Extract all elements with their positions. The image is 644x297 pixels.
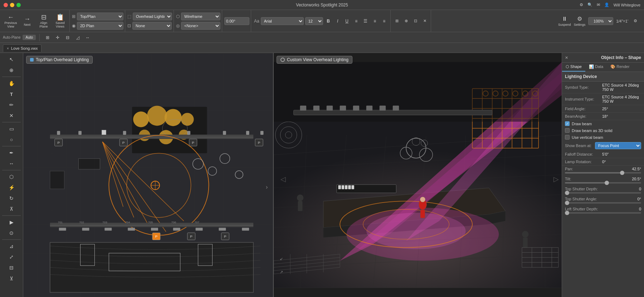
align-plane-button[interactable]: ⊟ Align Plane	[36, 11, 52, 31]
tab-render[interactable]: 🎨 Render	[607, 63, 633, 72]
stop-button[interactable]: ⊙	[5, 228, 18, 238]
dimension-button[interactable]: ↔	[5, 159, 18, 169]
tab-shape[interactable]: ⬡ Shape	[562, 63, 585, 72]
trim-tool-button[interactable]: ⊿	[5, 241, 18, 251]
svg-rect-138	[523, 238, 528, 248]
align-distribute-button[interactable]: ⊟	[5, 263, 18, 273]
constrain-icon[interactable]: ⊟	[63, 33, 72, 42]
maximize-button[interactable]	[16, 3, 21, 7]
pencil-tool-button[interactable]: ✏	[5, 100, 18, 110]
bold-button[interactable]: B	[325, 17, 332, 25]
draw-beam-3d-checkbox[interactable]	[565, 128, 570, 133]
gear-icon[interactable]: ⚙	[580, 3, 583, 7]
next-view-button[interactable]: → Next	[19, 11, 35, 31]
scale-tool-button[interactable]: ⤢	[5, 252, 18, 262]
top-shutter-angle-thumb[interactable]	[565, 201, 569, 205]
left-viewport[interactable]: P P P P	[23, 53, 274, 297]
user-icon[interactable]: 👤	[604, 3, 609, 7]
svg-rect-52	[173, 228, 180, 231]
draw-beam-checkbox[interactable]: ✓	[565, 121, 570, 126]
tab-render-icon: 🎨	[610, 64, 615, 69]
zoom-in-button[interactable]: ⊕	[5, 65, 18, 75]
font-dropdown[interactable]: Arial	[261, 17, 304, 25]
svg-rect-18	[223, 131, 226, 135]
render-dropdown[interactable]: Wireframe	[181, 13, 220, 20]
svg-rect-13	[57, 131, 60, 135]
italic-button[interactable]: I	[334, 17, 342, 25]
close-panel-icon[interactable]: ✕	[565, 55, 568, 60]
align-right-button[interactable]: ≡	[371, 17, 379, 25]
settings-button[interactable]: ⚙ Settings	[574, 15, 586, 26]
close-tab-icon[interactable]: ×	[7, 47, 9, 50]
plan-icon: ◉	[72, 23, 75, 28]
attribute-dropdown[interactable]: <None>	[181, 22, 220, 30]
angle-input[interactable]	[224, 17, 249, 25]
pan-slider[interactable]	[565, 172, 641, 174]
layer-icon: ⬚	[127, 14, 131, 19]
mail-icon[interactable]: ✉	[597, 3, 600, 7]
snap-button[interactable]: ✕	[5, 111, 18, 121]
plan-dropdown[interactable]: 2D Plan	[77, 22, 123, 30]
angle-constrain-icon[interactable]: ◿	[73, 33, 82, 42]
constraint-icon[interactable]: ⊡	[411, 17, 420, 25]
right-viewport[interactable]: ◁ ▷ ↙ ↗ Custom View Overhead Lighting	[274, 53, 562, 297]
suspend-button[interactable]: ⏸ Suspend	[558, 16, 571, 26]
class-dropdown[interactable]: None	[132, 22, 172, 30]
smart-cursor-icon[interactable]: ✛	[53, 33, 62, 42]
distance-icon[interactable]: ↔	[83, 33, 92, 42]
justify-button[interactable]: ≡	[380, 17, 388, 25]
viewports-area: P P P P	[23, 53, 562, 297]
tilt-slider-header: Tilt: 20.5°	[565, 177, 641, 181]
vertical-beam-checkbox[interactable]	[565, 135, 570, 140]
align-center-button[interactable]: ☰	[362, 17, 370, 25]
minimize-button[interactable]	[10, 3, 14, 7]
toolbar-divider-3	[2, 146, 20, 146]
attribute-button[interactable]: ⬡	[5, 172, 18, 182]
extra-tool-button[interactable]: ⊻	[5, 273, 18, 283]
underline-button[interactable]: U	[343, 17, 351, 25]
tilt-slider[interactable]	[565, 182, 641, 184]
left-shutter-depth-slider[interactable]	[565, 212, 641, 214]
pen-tool-button[interactable]: ✒	[5, 148, 18, 158]
tab-shape-icon: ⬡	[566, 64, 569, 69]
close-button[interactable]	[4, 3, 8, 7]
scale-display: 1/4"=1'	[616, 19, 628, 23]
snap-grid-icon[interactable]: ⊞	[43, 33, 52, 42]
pan-button[interactable]: ✋	[5, 78, 18, 88]
instrument-type-row: Instrument Type: ETC Source 4 26deg 750 …	[562, 93, 644, 105]
view-dropdown[interactable]: Top/Plan	[77, 13, 123, 20]
zoom-dropdown[interactable]: 100%	[588, 17, 613, 25]
rectangle-tool-button[interactable]: ▭	[5, 124, 18, 134]
mirror-button[interactable]: ⊼	[5, 204, 18, 214]
settings2-icon[interactable]: ⚙	[631, 17, 640, 25]
circle-tool-button[interactable]: ○	[5, 135, 18, 145]
select-tool-button[interactable]: ↖	[5, 54, 18, 64]
search-icon[interactable]: 🔍	[587, 3, 592, 7]
text-tool-button[interactable]: T	[5, 89, 18, 99]
top-shutter-angle-slider[interactable]	[565, 202, 641, 204]
pan-slider-thumb[interactable]	[620, 171, 624, 175]
left-shutter-depth-thumb[interactable]	[565, 211, 569, 215]
rotate-button[interactable]: ↻	[5, 193, 18, 203]
svg-text:701: 701	[58, 221, 63, 224]
grid-icon[interactable]: ⊞	[393, 17, 401, 25]
saved-views-button[interactable]: 📋 Saved Views	[52, 11, 68, 31]
svg-text:703: 703	[102, 221, 107, 224]
tab-data[interactable]: 📊 Data	[585, 63, 607, 72]
align-left-button[interactable]: ≡	[352, 17, 360, 25]
auto-plane-toggle[interactable]: Auto	[23, 35, 36, 40]
spotlight-button[interactable]: ⚡	[5, 182, 18, 193]
layer-dropdown[interactable]: Overhead Lighting	[133, 13, 172, 20]
top-shutter-depth-slider[interactable]	[565, 192, 641, 194]
file-tab[interactable]: × Love Song.vwx	[3, 44, 42, 52]
play-button[interactable]: ▶	[5, 217, 18, 227]
top-shutter-depth-thumb[interactable]	[565, 191, 569, 195]
previous-view-button[interactable]: ← Previous View	[3, 11, 19, 31]
tilt-slider-thumb[interactable]	[605, 181, 609, 185]
instrument-type-value: ETC Source 4 26deg 750 W	[602, 95, 641, 103]
snap-icon[interactable]: ⊕	[402, 17, 411, 25]
font-size-dropdown[interactable]: 12	[305, 17, 323, 25]
show-beam-dropdown[interactable]: Focus Point	[595, 142, 641, 149]
svg-rect-146	[294, 110, 492, 115]
delete-icon[interactable]: ✕	[421, 17, 429, 25]
